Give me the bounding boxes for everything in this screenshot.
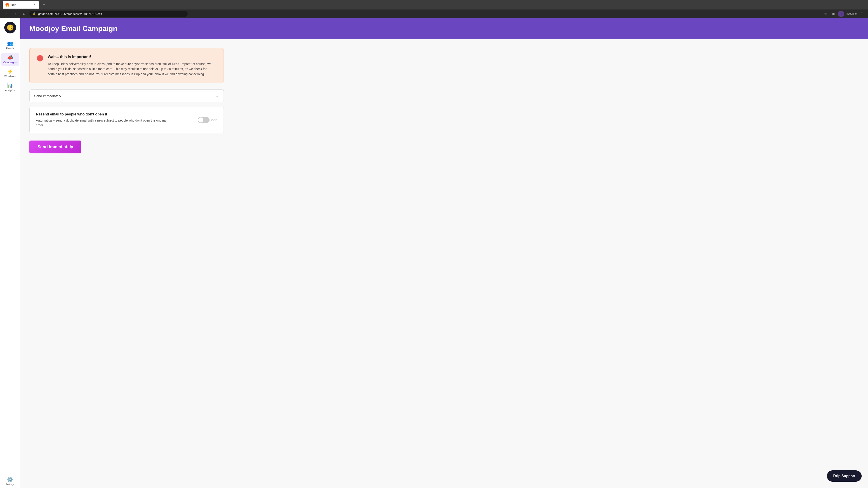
sidebar-item-people[interactable]: 👥 People	[1, 39, 19, 52]
extensions-button[interactable]: ⊞	[830, 11, 837, 17]
schedule-dropdown[interactable]: Send immediately ⌄	[29, 90, 224, 102]
refresh-button[interactable]: ↻	[21, 11, 27, 17]
toggle-thumb	[198, 118, 203, 123]
schedule-value: Send immediately	[34, 94, 61, 98]
warning-box: ! Wait... this is important! To keep Dri…	[29, 48, 224, 83]
page-header: Moodjoy Email Campaign	[20, 18, 868, 39]
browser-chrome: 🔥 Drip ✕ +	[0, 0, 868, 9]
tab-close-button[interactable]: ✕	[33, 3, 36, 6]
address-input-wrapper[interactable]: 🔒 getdrip.com/7641396/broadcasts/3186746…	[29, 11, 188, 17]
campaigns-icon: 📣	[7, 55, 13, 60]
url-text: getdrip.com/7641396/broadcasts/318674615…	[38, 12, 102, 15]
resend-toggle[interactable]	[198, 117, 210, 123]
sidebar-item-campaigns[interactable]: 📣 Campaigns	[1, 53, 19, 66]
settings-icon: ⚙️	[7, 477, 13, 482]
incognito-label: Incognito	[846, 12, 857, 15]
tab-favicon: 🔥	[5, 3, 9, 6]
sidebar-label-settings: Settings	[6, 483, 15, 486]
resend-card: Resend email to people who don't open it…	[29, 107, 224, 133]
warning-content: Wait... this is important! To keep Drip'…	[48, 55, 216, 76]
menu-button[interactable]: ⋮	[858, 11, 864, 17]
lock-icon: 🔒	[33, 12, 36, 15]
main-content: Moodjoy Email Campaign ! Wait... this is…	[20, 18, 868, 488]
tab-title: Drip	[11, 3, 31, 6]
resend-info: Resend email to people who don't open it…	[36, 112, 172, 128]
sidebar-item-settings[interactable]: ⚙️ Settings	[1, 475, 19, 488]
resend-title: Resend email to people who don't open it	[36, 112, 172, 116]
sidebar-label-workflows: Workflows	[4, 75, 16, 78]
warning-icon: !	[37, 55, 43, 61]
send-immediately-button[interactable]: Send immediately	[29, 140, 81, 153]
bookmark-button[interactable]: ☆	[823, 11, 829, 17]
resend-description: Automatically send a duplicate email wit…	[36, 118, 172, 128]
address-bar: ‹ › ↻ 🔒 getdrip.com/7641396/broadcasts/3…	[0, 9, 868, 18]
analytics-icon: 📊	[7, 83, 13, 88]
browser-tab[interactable]: 🔥 Drip ✕	[3, 1, 39, 8]
app-wrapper: 😊 👥 People 📣 Campaigns ⚡ Workflows 📊 Ana…	[0, 18, 868, 488]
content-area: ! Wait... this is important! To keep Dri…	[20, 39, 868, 488]
warning-text: To keep Drip's deliverability best-in-cl…	[48, 61, 216, 76]
sidebar-item-workflows[interactable]: ⚡ Workflows	[1, 67, 19, 80]
workflows-icon: ⚡	[7, 69, 13, 74]
sidebar-label-analytics: Analytics	[5, 89, 15, 92]
toggle-wrapper[interactable]: OFF	[198, 117, 217, 123]
page-title: Moodjoy Email Campaign	[29, 24, 859, 33]
sidebar-label-campaigns: Campaigns	[3, 61, 17, 64]
new-tab-button[interactable]: +	[41, 2, 47, 8]
forward-button[interactable]: ›	[12, 11, 19, 17]
profile-button[interactable]: I	[838, 11, 844, 17]
sidebar-logo: 😊	[4, 22, 16, 33]
sidebar-item-analytics[interactable]: 📊 Analytics	[1, 81, 19, 94]
chevron-down-icon: ⌄	[216, 93, 219, 98]
warning-title: Wait... this is important!	[48, 55, 216, 59]
sidebar-label-people: People	[6, 47, 14, 50]
drip-support-button[interactable]: Drip Support	[827, 470, 862, 482]
back-button[interactable]: ‹	[4, 11, 10, 17]
toggle-label: OFF	[211, 119, 217, 122]
people-icon: 👥	[7, 41, 13, 46]
browser-actions: ☆ ⊞ I Incognito ⋮	[823, 11, 864, 17]
sidebar: 😊 👥 People 📣 Campaigns ⚡ Workflows 📊 Ana…	[0, 18, 20, 488]
